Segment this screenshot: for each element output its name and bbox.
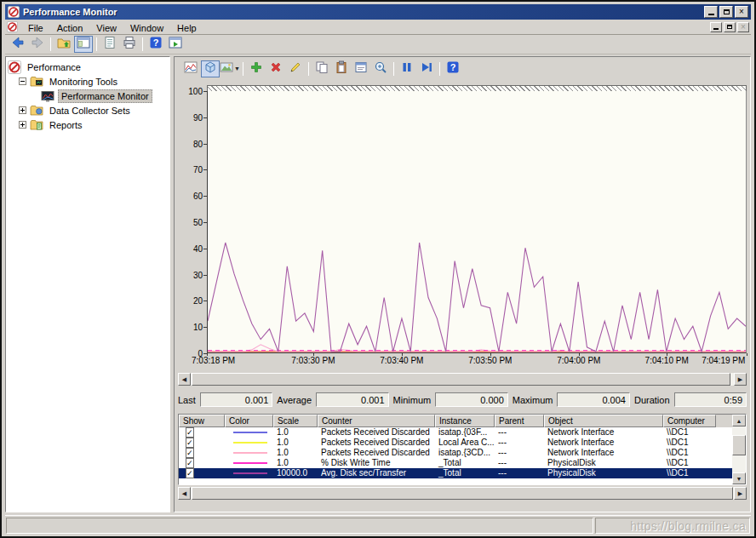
show-hide-action-pane-icon xyxy=(169,36,182,53)
average-label: Average xyxy=(277,395,312,405)
instance-cell: isatap.{03F... xyxy=(435,427,495,438)
show-checkbox[interactable]: ✓ xyxy=(186,427,194,438)
tree-item-monitoring-tools[interactable]: Monitoring Tools xyxy=(8,74,168,89)
forward-icon xyxy=(31,36,44,53)
object-cell: Network Interface xyxy=(544,427,663,438)
delete-counter-button[interactable] xyxy=(266,60,285,77)
expand-icon[interactable] xyxy=(19,106,26,114)
menu-window[interactable]: Window xyxy=(123,21,170,35)
menu-action[interactable]: Action xyxy=(50,21,90,35)
show-checkbox[interactable]: ✓ xyxy=(186,458,194,468)
zoom-button[interactable] xyxy=(371,60,390,77)
column-header-computer[interactable]: Computer xyxy=(663,415,716,427)
show-checkbox[interactable]: ✓ xyxy=(186,468,194,478)
title-bar[interactable]: Performance Monitor × xyxy=(5,4,751,20)
child-minimize-button[interactable] xyxy=(710,22,722,32)
paste-counter-list-button[interactable] xyxy=(332,60,351,77)
y-tick-label: 90 xyxy=(193,113,203,123)
back-button[interactable] xyxy=(9,36,27,53)
last-value: 0.001 xyxy=(200,392,273,407)
scroll-thumb[interactable] xyxy=(732,435,746,455)
tree-item-reports[interactable]: Reports xyxy=(8,117,168,132)
tree-item-performance-monitor[interactable]: Performance Monitor xyxy=(8,89,168,103)
print-button[interactable] xyxy=(120,36,139,53)
table-h-scrollbar[interactable]: ◀ ▶ xyxy=(178,487,747,500)
help-icon: ? xyxy=(149,36,163,53)
column-header-scale[interactable]: Scale xyxy=(273,415,318,427)
close-button[interactable]: × xyxy=(735,6,748,18)
view-log-data-button[interactable] xyxy=(201,60,220,77)
counter-row-3[interactable]: ✓1.0% Disk Write Time_Total---PhysicalDi… xyxy=(179,458,732,468)
counter-legend-table: ShowColorScaleCounterInstanceParentObjec… xyxy=(178,414,747,485)
show-hide-console-tree-icon xyxy=(77,36,90,53)
scroll-thumb[interactable] xyxy=(192,373,730,386)
time-bar-hatch xyxy=(207,85,747,91)
help-button[interactable]: ? xyxy=(444,60,462,77)
highlight-button[interactable] xyxy=(286,60,305,77)
minimum-value: 0.000 xyxy=(435,392,508,407)
parent-cell: --- xyxy=(495,468,544,478)
delete-counter-icon xyxy=(269,60,283,77)
child-restore-button[interactable] xyxy=(724,22,736,32)
column-header-color[interactable]: Color xyxy=(225,415,273,427)
x-tick-label: 7:03:40 PM xyxy=(380,356,423,365)
column-header-counter[interactable]: Counter xyxy=(318,415,435,427)
view-current-activity-button[interactable] xyxy=(181,60,200,77)
scroll-thumb[interactable] xyxy=(192,487,733,500)
scroll-up-icon[interactable]: ▲ xyxy=(732,415,746,426)
freeze-display-button[interactable] xyxy=(398,60,416,77)
color-swatch xyxy=(233,472,267,474)
properties-button[interactable] xyxy=(352,60,370,77)
counter-row-1[interactable]: ✓1.0Packets Received DiscardedLocal Area… xyxy=(179,438,732,448)
column-header-show[interactable]: Show xyxy=(179,415,225,427)
scale-cell: 10000.0 xyxy=(273,468,318,478)
y-tick-label: 70 xyxy=(193,165,203,175)
tree-item-data-collector-sets[interactable]: Data Collector Sets xyxy=(8,103,168,117)
forward-button[interactable] xyxy=(28,36,47,53)
up-one-level-button[interactable] xyxy=(54,36,73,53)
counter-cell: Packets Received Discarded xyxy=(318,448,435,458)
export-list-button[interactable] xyxy=(100,36,119,53)
show-checkbox[interactable]: ✓ xyxy=(186,438,194,448)
chart-h-scrollbar[interactable]: ◀ ▶ xyxy=(178,373,747,386)
scroll-right-icon[interactable]: ▶ xyxy=(734,373,747,386)
table-v-scrollbar[interactable]: ▲ ▼ xyxy=(732,415,746,484)
computer-cell: \\DC1 xyxy=(663,468,716,478)
help-button[interactable]: ? xyxy=(146,36,165,53)
y-tick-label: 30 xyxy=(193,271,203,280)
show-hide-action-pane-button[interactable] xyxy=(166,36,185,53)
scroll-left-icon[interactable]: ◀ xyxy=(178,487,191,500)
update-data-button[interactable] xyxy=(417,60,436,77)
tree-item-performance[interactable]: Performance xyxy=(8,60,168,74)
expand-icon[interactable] xyxy=(19,121,26,129)
scale-cell: 1.0 xyxy=(273,427,318,438)
duration-value: 0:59 xyxy=(674,392,747,407)
menu-view[interactable]: View xyxy=(89,21,123,35)
computer-cell: \\DC1 xyxy=(663,438,716,448)
scroll-down-icon[interactable]: ▼ xyxy=(732,472,746,484)
menu-help[interactable]: Help xyxy=(170,21,203,35)
column-header-parent[interactable]: Parent xyxy=(495,415,544,427)
show-hide-console-tree-button[interactable] xyxy=(74,36,93,53)
scroll-left-icon[interactable]: ◀ xyxy=(178,373,191,386)
counter-row-4[interactable]: ✓10000.0Avg. Disk sec/Transfer_Total---P… xyxy=(179,468,732,478)
scroll-right-icon[interactable]: ▶ xyxy=(734,487,747,500)
scale-cell: 1.0 xyxy=(273,458,318,468)
restore-button[interactable] xyxy=(719,6,733,18)
counter-row-0[interactable]: ✓1.0Packets Received Discardedisatap.{03… xyxy=(179,427,732,438)
menu-file[interactable]: File xyxy=(21,21,50,35)
add-counter-button[interactable] xyxy=(247,60,266,77)
change-graph-type-button[interactable]: ▼ xyxy=(220,60,239,77)
copy-properties-button[interactable] xyxy=(312,60,331,77)
show-checkbox[interactable]: ✓ xyxy=(186,448,194,458)
counter-cell: Packets Received Discarded xyxy=(318,438,435,448)
toolbar-separator xyxy=(243,62,243,76)
column-header-instance[interactable]: Instance xyxy=(435,415,495,427)
counter-row-2[interactable]: ✓1.0Packets Received Discardedisatap.{3C… xyxy=(179,448,732,458)
column-header-object[interactable]: Object xyxy=(544,415,663,427)
collapse-icon[interactable] xyxy=(19,77,26,85)
perfmon-app-icon xyxy=(8,6,20,18)
child-close-button[interactable]: × xyxy=(737,22,749,32)
zoom-icon xyxy=(374,60,387,77)
minimize-button[interactable] xyxy=(704,6,718,18)
